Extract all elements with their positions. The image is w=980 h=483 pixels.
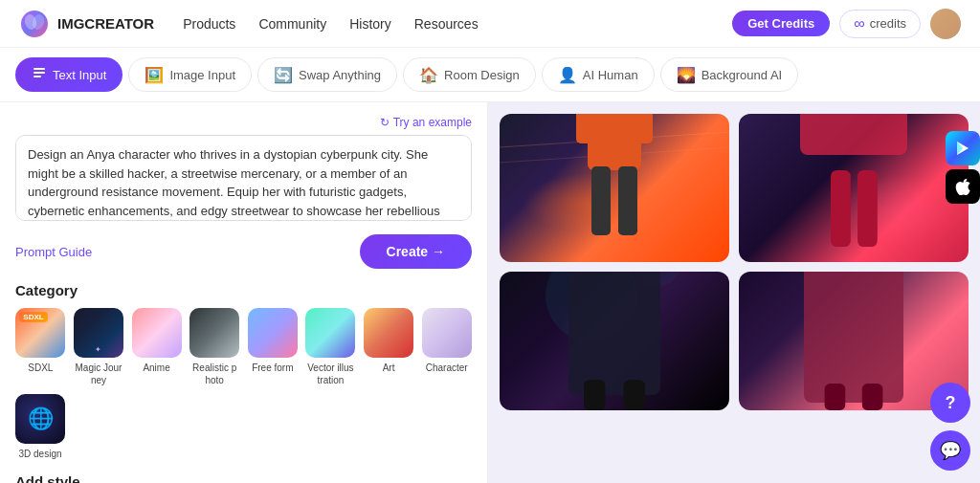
sdxl-badge: SDXL <box>19 312 47 322</box>
svg-rect-44 <box>825 384 846 410</box>
nav-item-products[interactable]: Products <box>183 16 235 32</box>
category-thumb-freeform <box>248 308 298 358</box>
apple-icon <box>954 178 971 195</box>
generated-image-2[interactable] <box>739 114 969 262</box>
category-item-anime[interactable]: Anime <box>131 308 182 386</box>
tab-swap-anything[interactable]: 🔄 Swap Anything <box>257 57 397 92</box>
avatar[interactable] <box>930 9 961 39</box>
prompt-actions: Prompt Guide Create → <box>15 234 472 269</box>
category-label-art: Art <box>383 362 395 374</box>
add-style-title: Add style <box>15 473 472 483</box>
svg-rect-3 <box>33 68 45 70</box>
play-store-button[interactable] <box>946 131 980 165</box>
image-grid <box>500 114 969 410</box>
nav-item-history[interactable]: History <box>349 16 391 32</box>
category-item-sdxl[interactable]: SDXL SDXL <box>15 308 66 386</box>
logo-text: IMGCREATOR <box>57 15 154 32</box>
tab-background-ai[interactable]: 🌄 Background AI <box>660 57 799 92</box>
tab-ai-human-label: AI Human <box>583 68 638 82</box>
category-item-vector[interactable]: Vector illustration <box>305 308 356 386</box>
character-figure-3 <box>500 272 729 410</box>
svg-rect-14 <box>618 166 637 235</box>
get-credits-button[interactable]: Get Credits <box>732 11 830 36</box>
swap-anything-icon: 🔄 <box>274 66 293 84</box>
nav-item-community[interactable]: Community <box>258 16 326 32</box>
category-item-realistic[interactable]: Realistic photo <box>189 308 240 386</box>
header: IMGCREATOR Products Community History Re… <box>0 0 980 48</box>
svg-rect-35 <box>584 380 605 410</box>
left-panel: ↻ Try an example Design an Anya characte… <box>0 102 488 483</box>
tab-ai-human[interactable]: 👤 AI Human <box>542 57 655 92</box>
floating-buttons: ? 💬 <box>930 383 970 471</box>
prompt-textarea[interactable]: Design an Anya character who thrives in … <box>15 135 472 221</box>
category-label-character: Character <box>426 362 468 374</box>
category-item-character[interactable]: Character <box>421 308 472 386</box>
tab-bar: Text Input 🖼️ Image Input 🔄 Swap Anythin… <box>0 48 980 102</box>
character-figure-1 <box>500 114 729 262</box>
credits-label: credits <box>870 16 906 31</box>
chat-button[interactable]: 💬 <box>930 430 970 471</box>
category-label-anime: Anime <box>143 362 169 374</box>
right-panel: ? 💬 <box>488 102 980 483</box>
svg-rect-22 <box>858 170 878 247</box>
logo-icon <box>19 9 50 39</box>
category-label-sdxl: SDXL <box>28 362 53 374</box>
refresh-icon: ↻ <box>380 116 390 129</box>
category-thumb-art <box>364 308 413 358</box>
help-icon: ? <box>946 393 956 413</box>
nav-item-resources[interactable]: Resources <box>414 16 479 32</box>
svg-rect-37 <box>804 272 903 403</box>
infinity-icon: ∞ <box>854 15 864 33</box>
tab-room-design[interactable]: 🏠 Room Design <box>403 57 536 92</box>
tab-swap-anything-label: Swap Anything <box>299 68 381 82</box>
generated-image-1[interactable] <box>500 114 729 262</box>
app-store-button[interactable] <box>946 169 980 204</box>
tab-text-input-label: Text Input <box>53 68 106 82</box>
image-input-icon: 🖼️ <box>145 66 164 84</box>
svg-rect-12 <box>637 114 653 143</box>
svg-rect-16 <box>800 114 907 155</box>
svg-rect-4 <box>33 72 45 74</box>
category-title: Category <box>15 282 472 298</box>
magic-badge: ✦ <box>76 345 122 354</box>
try-example-label: Try an example <box>393 116 472 129</box>
main-nav: Products Community History Resources <box>183 16 479 32</box>
svg-rect-10 <box>588 114 641 170</box>
try-example-link[interactable]: ↻ Try an example <box>15 116 472 129</box>
category-item-magic[interactable]: ✦ Magic Journey <box>74 308 124 386</box>
store-buttons <box>946 131 980 204</box>
character-figure-2 <box>739 114 969 262</box>
svg-rect-36 <box>624 380 645 410</box>
main-content: ↻ Try an example Design an Anya characte… <box>0 102 980 483</box>
category-thumb-vector <box>305 308 355 358</box>
ai-human-icon: 👤 <box>558 66 577 84</box>
tab-image-input[interactable]: 🖼️ Image Input <box>128 57 252 92</box>
category-label-freeform: Free form <box>252 362 293 374</box>
category-thumb-sdxl: SDXL <box>15 308 65 358</box>
category-thumb-realistic <box>189 308 239 358</box>
help-button[interactable]: ? <box>930 383 970 423</box>
create-button[interactable]: Create → <box>360 234 472 269</box>
svg-rect-25 <box>568 272 660 395</box>
text-input-icon <box>32 65 47 84</box>
credits-button[interactable]: ∞ credits <box>839 10 921 38</box>
category-item-freeform[interactable]: Free form <box>248 308 299 386</box>
category-item-art[interactable]: Art <box>364 308 414 386</box>
generated-image-3[interactable] <box>500 272 729 410</box>
category-label-realistic: Realistic photo <box>192 362 236 386</box>
tab-text-input[interactable]: Text Input <box>15 57 122 92</box>
category-item-3d[interactable]: 🌐 3D design <box>15 394 65 460</box>
category-grid: SDXL SDXL ✦ Magic Journey Anime Realisti… <box>15 308 472 386</box>
room-design-icon: 🏠 <box>419 66 438 84</box>
chat-icon: 💬 <box>940 440 961 461</box>
category-thumb-3d: 🌐 <box>15 394 65 444</box>
tab-room-design-label: Room Design <box>444 68 520 82</box>
category-thumb-character <box>422 308 472 358</box>
tab-image-input-label: Image Input <box>169 68 235 82</box>
logo[interactable]: IMGCREATOR <box>19 9 154 39</box>
category-thumb-anime <box>132 308 182 358</box>
tab-background-ai-label: Background AI <box>702 68 783 82</box>
avatar-image <box>930 9 961 39</box>
svg-rect-11 <box>576 114 591 143</box>
prompt-guide-link[interactable]: Prompt Guide <box>15 245 92 259</box>
